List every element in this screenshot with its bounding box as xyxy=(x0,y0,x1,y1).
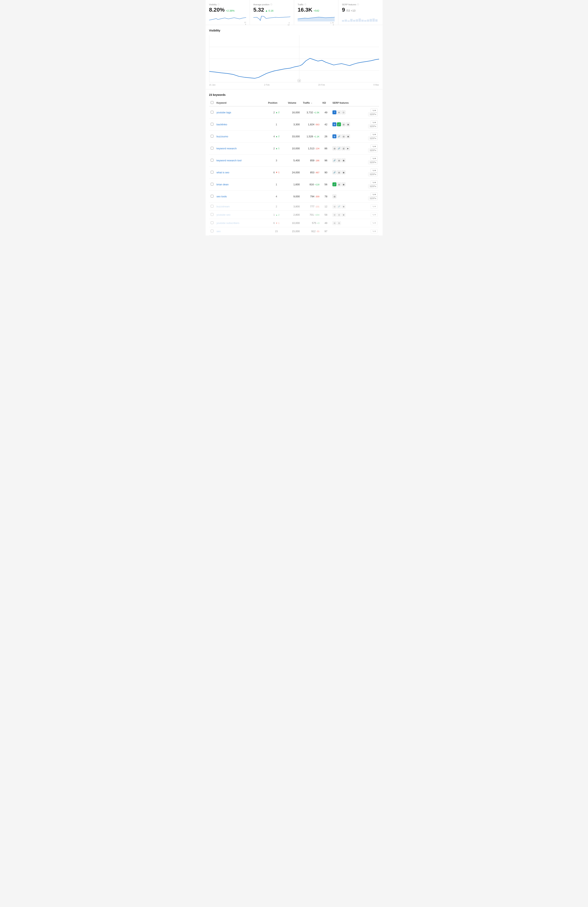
serp-button[interactable]: SERP ▾ xyxy=(368,136,377,140)
keyword-link[interactable]: buzzstream xyxy=(216,205,230,208)
keyword-link[interactable]: backlinko xyxy=(216,123,227,126)
traffic-cell: 1,824 -563 xyxy=(301,119,321,130)
chart-button[interactable]: ∿ ▾ xyxy=(371,120,378,125)
row-checkbox-cell[interactable] xyxy=(209,227,215,236)
actions-cell[interactable]: ∿ ▾ SERP ▾ xyxy=(361,167,379,178)
keyword-link[interactable]: brian dean xyxy=(216,183,229,186)
row-checkbox[interactable] xyxy=(211,221,213,224)
keyword-name-cell[interactable]: youtube subscribers xyxy=(215,219,266,227)
serp-button[interactable]: SERP ▾ xyxy=(368,125,377,128)
keyword-name-cell[interactable]: seo tools xyxy=(215,191,266,202)
keyword-name-cell[interactable]: backlinko xyxy=(215,119,266,130)
serp-button[interactable]: SERP ▾ xyxy=(368,160,377,164)
serp-button[interactable]: SERP ▾ xyxy=(368,149,377,152)
keyword-name-cell[interactable]: what is seo xyxy=(215,167,266,178)
actions-cell[interactable]: ∿ ▾ SERP ▾ xyxy=(361,119,379,130)
row-checkbox[interactable] xyxy=(211,195,213,197)
chart-button[interactable]: ∿ ▾ xyxy=(371,144,378,149)
chart-button[interactable]: ∿ ▾ xyxy=(371,192,378,197)
keyword-name-cell[interactable]: youtube seo xyxy=(215,211,266,219)
row-checkbox[interactable] xyxy=(211,147,213,149)
chart-button[interactable]: ∿ ▾ xyxy=(371,229,378,233)
col-header-position[interactable]: Position xyxy=(266,99,287,106)
row-checkbox-cell[interactable] xyxy=(209,202,215,211)
row-checkbox[interactable] xyxy=(211,171,213,173)
serp-features-cell: 🔗▤▣ xyxy=(331,154,361,167)
chart-dropdown-icon: ▾ xyxy=(375,133,376,136)
actions-cell[interactable]: ∿ ▾ xyxy=(361,202,379,211)
select-all-checkbox[interactable] xyxy=(211,101,213,104)
col-header-traffic[interactable]: Traffic ↓ xyxy=(301,99,321,106)
keyword-name-cell[interactable]: keyword research tool xyxy=(215,154,266,167)
row-checkbox-cell[interactable] xyxy=(209,154,215,167)
chart-button[interactable]: ∿ ▾ xyxy=(371,132,378,136)
svg-rect-11 xyxy=(370,19,372,22)
row-checkbox-cell[interactable] xyxy=(209,219,215,227)
chart-button[interactable]: ∿ ▾ xyxy=(371,156,378,160)
row-checkbox[interactable] xyxy=(211,229,213,232)
row-checkbox[interactable] xyxy=(211,205,213,208)
chart-button[interactable]: ∿ ▾ xyxy=(371,108,378,112)
actions-cell[interactable]: ∿ ▾ xyxy=(361,227,379,236)
keyword-name-cell[interactable]: keyword research xyxy=(215,143,266,154)
row-checkbox-cell[interactable] xyxy=(209,211,215,219)
chart-button[interactable]: ∿ ▾ xyxy=(371,221,378,225)
keyword-link[interactable]: seo tools xyxy=(216,195,227,198)
serp-button[interactable]: SERP ▾ xyxy=(368,197,377,200)
serp-button[interactable]: SERP ▾ xyxy=(368,112,377,116)
row-checkbox-cell[interactable] xyxy=(209,178,215,191)
actions-cell[interactable]: ∿ ▾ SERP ▾ xyxy=(361,143,379,154)
row-checkbox[interactable] xyxy=(211,159,213,162)
keyword-link[interactable]: youtube tags xyxy=(216,111,231,114)
actions-cell[interactable]: ∿ ▾ SERP ▾ xyxy=(361,154,379,167)
svg-rect-6 xyxy=(356,19,358,22)
actions-cell[interactable]: ∿ ▾ SERP ▾ xyxy=(361,191,379,202)
row-checkbox[interactable] xyxy=(211,183,213,186)
image3b-icon: ▥ xyxy=(337,221,341,225)
traffic-change-down: -131 xyxy=(315,205,319,208)
video-icon: ▶ xyxy=(346,146,350,150)
row-checkbox-cell[interactable] xyxy=(209,167,215,178)
serp-button[interactable]: SERP ▾ xyxy=(368,184,377,188)
actions-cell[interactable]: ∿ ▾ xyxy=(361,211,379,219)
position-change-up: ▲ 1 xyxy=(276,147,280,149)
keyword-name-cell[interactable]: buzzstream xyxy=(215,202,266,211)
row-checkbox[interactable] xyxy=(211,213,213,216)
keyword-link[interactable]: keyword research tool xyxy=(216,159,242,162)
kd-cell: 97 xyxy=(321,227,331,236)
actions-cell[interactable]: ∿ ▾ SERP ▾ xyxy=(361,106,379,119)
row-checkbox[interactable] xyxy=(211,135,213,138)
keyword-link[interactable]: keyword research xyxy=(216,147,237,150)
serp-dropdown-icon: ▾ xyxy=(375,185,376,187)
actions-cell[interactable]: ∿ ▾ SERP ▾ xyxy=(361,130,379,143)
keyword-link[interactable]: youtube subscribers xyxy=(216,221,239,224)
keyword-link[interactable]: seo xyxy=(216,230,221,233)
row-checkbox-cell[interactable] xyxy=(209,106,215,119)
select-all-header[interactable] xyxy=(209,99,215,106)
chart-button[interactable]: ∿ ▾ xyxy=(371,213,378,217)
chart-button[interactable]: ∿ ▾ xyxy=(371,204,378,208)
keyword-name-cell[interactable]: brian dean xyxy=(215,178,266,191)
keyword-name-cell[interactable]: youtube tags xyxy=(215,106,266,119)
serp-button[interactable]: SERP ▾ xyxy=(368,173,377,176)
image3-icon: ▤ xyxy=(337,170,341,174)
serp-icons: ▤▥ xyxy=(332,221,359,225)
keyword-link[interactable]: youtube seo xyxy=(216,213,231,216)
position-cell: 1 xyxy=(266,119,287,130)
row-checkbox[interactable] xyxy=(211,123,213,125)
keyword-name-cell[interactable]: seo xyxy=(215,227,266,236)
row-checkbox-cell[interactable] xyxy=(209,191,215,202)
chart-button[interactable]: ∿ ▾ xyxy=(371,180,378,184)
actions-cell[interactable]: ∿ ▾ SERP ▾ xyxy=(361,178,379,191)
row-checkbox-cell[interactable] xyxy=(209,143,215,154)
row-checkbox[interactable] xyxy=(211,111,213,114)
keyword-name-cell[interactable]: buzzsumo xyxy=(215,130,266,143)
keyword-link[interactable]: what is seo xyxy=(216,171,229,174)
chart-button[interactable]: ∿ ▾ xyxy=(371,168,378,173)
metric-traffic-label: Traffic ⓘ xyxy=(298,3,335,6)
keyword-link[interactable]: buzzsumo xyxy=(216,135,228,138)
volume-cell: 33,000 xyxy=(286,130,301,143)
row-checkbox-cell[interactable] xyxy=(209,130,215,143)
actions-cell[interactable]: ∿ ▾ xyxy=(361,219,379,227)
row-checkbox-cell[interactable] xyxy=(209,119,215,130)
